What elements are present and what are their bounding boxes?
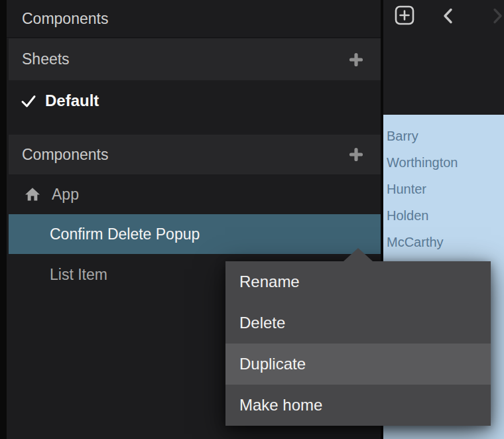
- sheet-item-default[interactable]: Default: [7, 80, 381, 121]
- list-item-text: McCarthy: [387, 235, 444, 250]
- sidebar-title-label: Components: [22, 10, 108, 28]
- component-item-confirm-delete-popup[interactable]: Confirm Delete Popup: [9, 214, 381, 254]
- list-item[interactable]: Holden: [383, 202, 504, 229]
- left-edge-strip: [0, 0, 7, 439]
- add-page-icon[interactable]: [395, 5, 414, 25]
- sheet-item-label: Default: [45, 92, 99, 110]
- list-item-text: Hunter: [387, 182, 426, 197]
- menu-item-rename[interactable]: Rename: [225, 261, 491, 302]
- sheets-header-label: Sheets: [22, 50, 70, 68]
- preview-toolbar: [383, 0, 504, 32]
- component-item-app[interactable]: App: [7, 174, 381, 214]
- list-item-text: Holden: [387, 208, 428, 223]
- list-item[interactable]: Worthington: [383, 149, 504, 176]
- check-icon: [21, 93, 36, 109]
- list-item-text: Barry: [387, 129, 418, 144]
- menu-item-label: Duplicate: [239, 355, 306, 373]
- chevron-left-icon[interactable]: [441, 7, 456, 25]
- sheets-section-header[interactable]: Sheets: [9, 38, 381, 80]
- menu-item-label: Delete: [239, 314, 285, 332]
- list-item[interactable]: Barry: [383, 123, 504, 149]
- components-section-header[interactable]: Components: [9, 135, 381, 174]
- home-icon: [25, 186, 40, 202]
- chevron-right-icon[interactable]: [490, 7, 504, 25]
- menu-item-make-home[interactable]: Make home: [225, 385, 491, 426]
- component-item-label: App: [52, 186, 79, 204]
- sidebar-title: Components: [7, 0, 381, 38]
- component-item-label: Confirm Delete Popup: [50, 225, 200, 243]
- components-header-label: Components: [22, 146, 108, 164]
- list-item-text: Worthington: [387, 155, 458, 170]
- menu-item-delete[interactable]: Delete: [225, 302, 491, 344]
- menu-pointer-arrow: [344, 248, 373, 261]
- component-context-menu: Rename Delete Duplicate Make home: [225, 261, 491, 426]
- menu-item-label: Rename: [239, 273, 300, 291]
- menu-item-duplicate[interactable]: Duplicate: [225, 344, 491, 385]
- add-sheet-plus-icon[interactable]: [349, 52, 363, 67]
- list-item[interactable]: McCarthy: [383, 229, 504, 255]
- add-component-plus-icon[interactable]: [349, 147, 363, 162]
- list-item[interactable]: Hunter: [383, 176, 504, 202]
- component-item-label: List Item: [50, 266, 107, 284]
- menu-item-label: Make home: [239, 396, 322, 414]
